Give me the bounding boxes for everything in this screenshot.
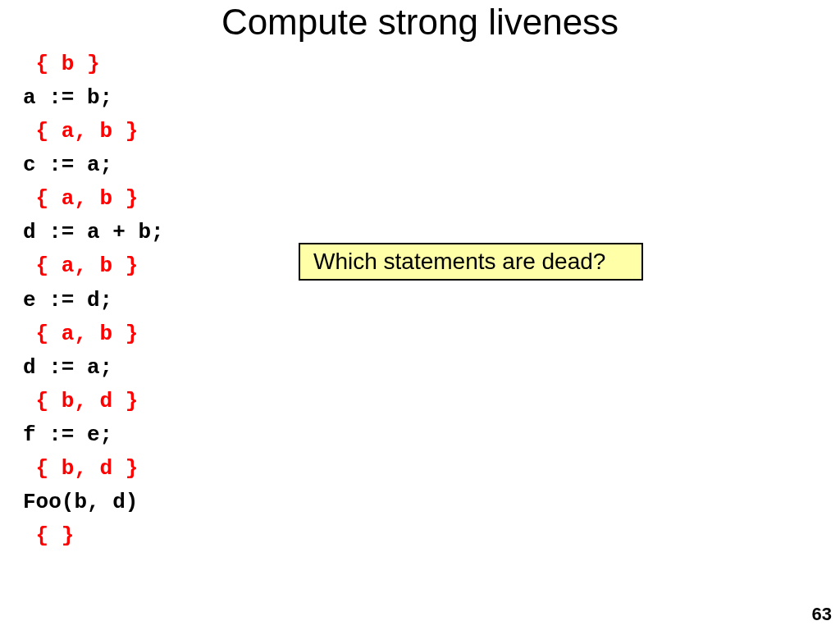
page-number: 63 bbox=[812, 604, 832, 625]
callout-text: Which statements are dead? bbox=[313, 249, 605, 275]
code-statement: a := b; bbox=[23, 85, 112, 110]
code-statement: f := e; bbox=[23, 422, 112, 447]
liveness-annotation: { b, d } bbox=[23, 456, 138, 481]
code-listing: { b } a := b; { a, b } c := a; { a, b } … bbox=[23, 48, 164, 553]
liveness-annotation: { a, b } bbox=[23, 186, 138, 211]
code-statement: e := d; bbox=[23, 288, 112, 313]
code-statement: c := a; bbox=[23, 153, 112, 177]
liveness-annotation: { a, b } bbox=[23, 253, 138, 278]
liveness-annotation: { } bbox=[23, 523, 74, 548]
liveness-annotation: { b } bbox=[23, 52, 100, 76]
code-statement: Foo(b, d) bbox=[23, 490, 138, 514]
slide-title: Compute strong liveness bbox=[0, 2, 840, 43]
code-statement: d := a + b; bbox=[23, 220, 164, 244]
liveness-annotation: { b, d } bbox=[23, 389, 138, 413]
liveness-annotation: { a, b } bbox=[23, 322, 138, 346]
code-statement: d := a; bbox=[23, 355, 112, 380]
question-callout: Which statements are dead? bbox=[299, 243, 643, 281]
liveness-annotation: { a, b } bbox=[23, 119, 138, 144]
